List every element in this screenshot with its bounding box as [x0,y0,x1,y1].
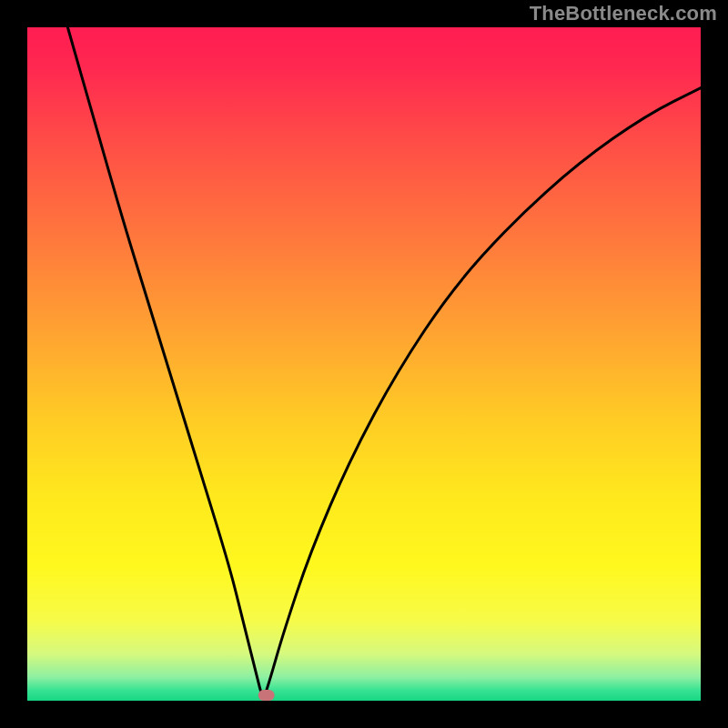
bottleneck-chart [0,0,728,728]
watermark-text: TheBottleneck.com [530,2,717,25]
chart-stage: TheBottleneck.com [0,0,728,728]
minimum-marker [258,690,275,701]
plot-area [27,27,701,701]
